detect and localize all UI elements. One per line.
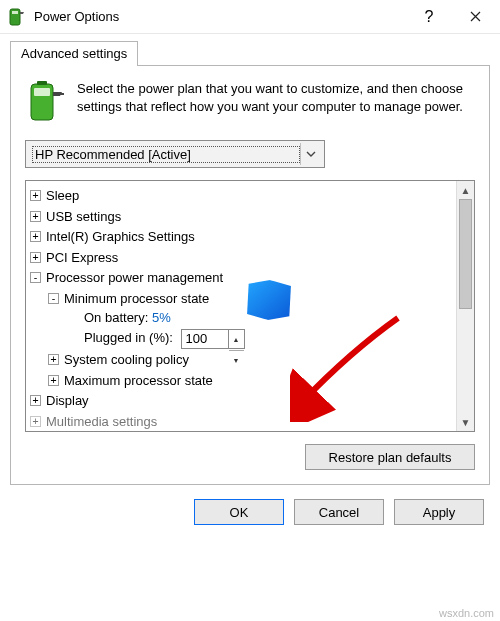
tree-leaf-on-battery[interactable]: On battery: 5% <box>30 308 454 328</box>
expand-icon[interactable]: + <box>30 252 41 263</box>
cancel-button[interactable]: Cancel <box>294 499 384 525</box>
scroll-up-icon[interactable]: ▲ <box>457 181 474 199</box>
power-plan-dropdown[interactable]: HP Recommended [Active] <box>25 140 325 168</box>
spinner-down-icon[interactable]: ▼ <box>229 351 244 371</box>
tree-node-display[interactable]: +Display <box>30 390 454 411</box>
expand-icon[interactable]: + <box>48 375 59 386</box>
spinner-up-icon[interactable]: ▲ <box>229 330 244 351</box>
battery-plug-icon <box>25 80 65 124</box>
tree-node-minimum-processor-state[interactable]: -Minimum processor state <box>30 288 454 309</box>
scroll-down-icon[interactable]: ▼ <box>457 413 474 431</box>
tree-node-multimedia-settings[interactable]: +Multimedia settings <box>30 411 454 431</box>
titlebar: Power Options ? <box>0 0 500 34</box>
watermark: wsxdn.com <box>439 607 494 619</box>
on-battery-value[interactable]: 5% <box>152 310 171 325</box>
ok-button[interactable]: OK <box>194 499 284 525</box>
power-plan-selected: HP Recommended [Active] <box>32 146 300 163</box>
close-button[interactable] <box>452 0 498 34</box>
collapse-icon[interactable]: - <box>48 293 59 304</box>
svg-rect-1 <box>12 11 18 14</box>
plugged-in-label: Plugged in (%): <box>84 330 173 345</box>
tab-panel: Select the power plan that you want to c… <box>10 65 490 485</box>
expand-icon[interactable]: + <box>30 211 41 222</box>
tree-node-maximum-processor-state[interactable]: +Maximum processor state <box>30 370 454 391</box>
expand-icon[interactable]: + <box>30 416 41 427</box>
svg-rect-4 <box>34 88 50 96</box>
tab-label: Advanced settings <box>21 46 127 61</box>
expand-icon[interactable]: + <box>30 190 41 201</box>
tree-node-processor-power-management[interactable]: -Processor power management <box>30 267 454 288</box>
vertical-scrollbar[interactable]: ▲ ▼ <box>456 181 474 431</box>
collapse-icon[interactable]: - <box>30 272 41 283</box>
intro-text: Select the power plan that you want to c… <box>77 80 475 124</box>
chevron-down-icon <box>300 143 322 165</box>
dialog-footer: OK Cancel Apply <box>0 485 500 539</box>
plugged-in-input[interactable] <box>182 330 228 348</box>
window-title: Power Options <box>34 9 119 24</box>
tree-node-pci-express[interactable]: +PCI Express <box>30 247 454 268</box>
tree-node-sleep[interactable]: +Sleep <box>30 185 454 206</box>
tab-advanced-settings[interactable]: Advanced settings <box>10 41 138 66</box>
restore-plan-defaults-button[interactable]: Restore plan defaults <box>305 444 475 470</box>
expand-icon[interactable]: + <box>48 354 59 365</box>
power-options-icon <box>8 8 26 26</box>
plugged-in-spinner[interactable]: ▲ ▼ <box>181 329 245 349</box>
apply-button[interactable]: Apply <box>394 499 484 525</box>
settings-tree[interactable]: +Sleep +USB settings +Intel(R) Graphics … <box>26 181 456 431</box>
scroll-thumb[interactable] <box>459 199 472 309</box>
svg-rect-5 <box>60 93 64 95</box>
tree-leaf-plugged-in[interactable]: Plugged in (%): ▲ ▼ <box>30 328 454 349</box>
tab-strip: Advanced settings <box>0 34 500 65</box>
intro-block: Select the power plan that you want to c… <box>25 80 475 124</box>
tree-node-usb-settings[interactable]: +USB settings <box>30 206 454 227</box>
overlay-logo-icon <box>245 279 293 321</box>
on-battery-label: On battery: <box>84 310 148 325</box>
svg-rect-3 <box>37 81 47 85</box>
expand-icon[interactable]: + <box>30 395 41 406</box>
expand-icon[interactable]: + <box>30 231 41 242</box>
scroll-track[interactable] <box>457 199 474 413</box>
help-button[interactable]: ? <box>406 0 452 34</box>
tree-node-intel-graphics[interactable]: +Intel(R) Graphics Settings <box>30 226 454 247</box>
